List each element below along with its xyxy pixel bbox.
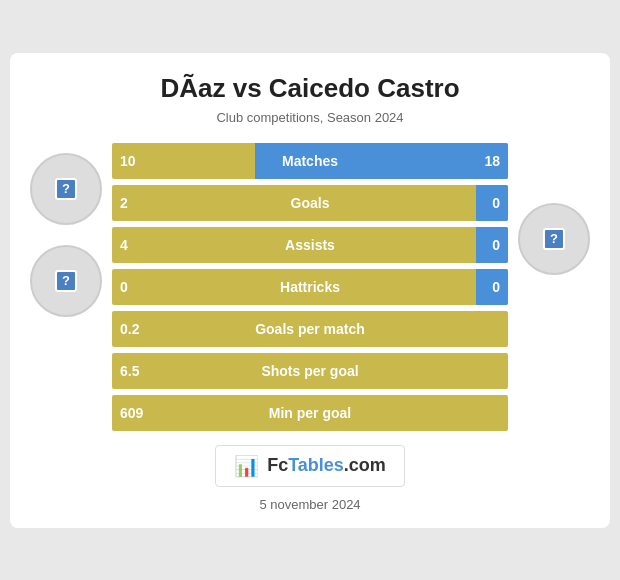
- bar-left-val-6: 609: [120, 405, 143, 421]
- avatar-left-2-icon: ?: [55, 270, 77, 292]
- avatar-left-2: ?: [30, 245, 102, 317]
- comparison-area: ? ? 10Matches182Goals04Assists00Hattrick…: [30, 143, 590, 431]
- bar-label-5: Shots per goal: [261, 363, 358, 379]
- bar-left-val-4: 0.2: [120, 321, 139, 337]
- page-subtitle: Club competitions, Season 2024: [30, 110, 590, 125]
- page-title: DÃaz vs Caicedo Castro: [30, 73, 590, 104]
- avatar-right-1-icon: ?: [543, 228, 565, 250]
- left-avatars: ? ?: [30, 153, 102, 317]
- bar-label-3: Hattricks: [280, 279, 340, 295]
- comparison-card: DÃaz vs Caicedo Castro Club competitions…: [10, 53, 610, 528]
- bar-row-1: 2Goals0: [112, 185, 508, 221]
- bar-row-6: 609Min per goal: [112, 395, 508, 431]
- bar-left-val-0: 10: [120, 153, 136, 169]
- logo-text: FcTables.com: [267, 455, 386, 476]
- bar-row-2: 4Assists0: [112, 227, 508, 263]
- bar-label-0: Matches: [282, 153, 338, 169]
- bars-container: 10Matches182Goals04Assists00Hattricks00.…: [112, 143, 508, 431]
- bar-right-val-0: 18: [484, 153, 500, 169]
- bar-label-6: Min per goal: [269, 405, 351, 421]
- bar-label-2: Assists: [285, 237, 335, 253]
- bar-left-val-3: 0: [120, 279, 128, 295]
- bar-right-val-3: 0: [492, 279, 500, 295]
- bar-right-val-2: 0: [492, 237, 500, 253]
- bar-row-5: 6.5Shots per goal: [112, 353, 508, 389]
- logo-box: 📊 FcTables.com: [215, 445, 405, 487]
- bar-left-val-2: 4: [120, 237, 128, 253]
- bar-left-val-1: 2: [120, 195, 128, 211]
- avatar-left-1-icon: ?: [55, 178, 77, 200]
- bar-label-1: Goals: [291, 195, 330, 211]
- footer-logo: 📊 FcTables.com: [30, 445, 590, 487]
- bar-row-4: 0.2Goals per match: [112, 311, 508, 347]
- bar-label-4: Goals per match: [255, 321, 365, 337]
- bar-left-val-5: 6.5: [120, 363, 139, 379]
- right-avatars: ?: [518, 203, 590, 275]
- bar-row-0: 10Matches18: [112, 143, 508, 179]
- logo-icon: 📊: [234, 454, 259, 478]
- bar-row-3: 0Hattricks0: [112, 269, 508, 305]
- avatar-right-1: ?: [518, 203, 590, 275]
- bar-right-val-1: 0: [492, 195, 500, 211]
- avatar-left-1: ?: [30, 153, 102, 225]
- footer-date: 5 november 2024: [30, 497, 590, 512]
